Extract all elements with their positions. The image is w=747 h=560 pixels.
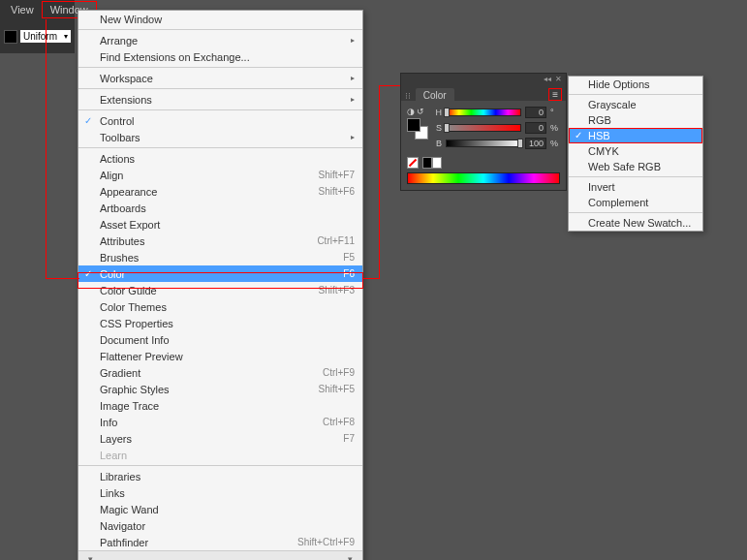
mi-gradient[interactable]: GradientCtrl+F9	[78, 364, 362, 381]
grip-icon[interactable]: ⁝⁝	[405, 91, 411, 101]
chevron-down-icon[interactable]: ▾	[88, 554, 93, 560]
mi-arrange[interactable]: Arrange▸	[78, 32, 362, 48]
mi-workspace[interactable]: Workspace▸	[78, 70, 362, 86]
color-panel: ◂◂ ✕ ⁝⁝ Color ≡ ◑ ↺ H	[400, 73, 567, 191]
submenu-arrow-icon: ▸	[351, 36, 355, 45]
panel-tabs: ⁝⁝ Color ≡	[401, 83, 566, 101]
close-icon[interactable]: ✕	[555, 75, 562, 83]
fi-web-safe-rgb[interactable]: Web Safe RGB	[569, 159, 702, 174]
panel-bottom	[407, 157, 560, 169]
separator	[78, 109, 362, 110]
submenu-arrow-icon: ▸	[351, 74, 355, 82]
fi-hide-options[interactable]: Hide Options	[569, 77, 702, 92]
sat-value[interactable]: 0	[525, 122, 546, 134]
mi-pathfinder[interactable]: PathfinderShift+Ctrl+F9	[78, 534, 362, 550]
mi-info[interactable]: InfoCtrl+F8	[78, 414, 362, 430]
sat-row: S 0 %	[434, 122, 560, 134]
sat-unit: %	[550, 123, 560, 133]
chevron-down-icon[interactable]: ▾	[348, 554, 353, 560]
menubar: View Window	[0, 0, 75, 19]
separator	[569, 94, 702, 95]
mi-align[interactable]: AlignShift+F7	[78, 167, 362, 183]
collapse-icon[interactable]: ◂◂	[544, 75, 551, 83]
mi-toolbars[interactable]: Toolbars▸	[78, 129, 362, 145]
menu-view[interactable]: View	[3, 2, 42, 17]
bw-swatches	[422, 157, 442, 169]
annotation-line	[46, 278, 79, 279]
mi-find-extensions[interactable]: Find Extensions on Exchange...	[78, 48, 362, 65]
hue-unit: °	[550, 108, 560, 117]
tab-color[interactable]: Color	[416, 88, 454, 103]
white-swatch[interactable]	[432, 157, 442, 169]
mi-document-info[interactable]: Document Info	[78, 331, 362, 348]
sat-slider[interactable]	[446, 124, 521, 132]
separator	[78, 67, 362, 68]
none-swatch[interactable]	[407, 157, 419, 169]
annotation-line	[363, 278, 380, 279]
mi-learn: Learn	[78, 447, 362, 463]
mi-image-trace[interactable]: Image Trace	[78, 397, 362, 414]
bri-row: B 100 %	[434, 138, 560, 149]
spectrum-picker[interactable]	[407, 172, 560, 184]
annotation-line	[379, 85, 380, 279]
annotation-line	[46, 19, 47, 278]
fill-stroke-swatches[interactable]	[407, 118, 428, 140]
hue-slider[interactable]	[446, 109, 521, 116]
fi-grayscale[interactable]: Grayscale	[569, 97, 702, 112]
fi-cmyk[interactable]: CMYK	[569, 143, 702, 159]
fi-rgb[interactable]: RGB	[569, 112, 702, 128]
submenu-arrow-icon: ▸	[351, 95, 355, 104]
separator	[78, 88, 362, 89]
mi-flattener-preview[interactable]: Flattener Preview	[78, 348, 362, 364]
black-swatch[interactable]	[422, 157, 432, 169]
mi-libraries[interactable]: Libraries	[78, 468, 362, 484]
separator	[78, 29, 362, 30]
fi-hsb[interactable]: HSB	[569, 128, 702, 143]
stroke-color-chip[interactable]	[4, 30, 17, 44]
bri-slider[interactable]	[446, 140, 521, 147]
panel-titlebar: ◂◂ ✕	[401, 74, 566, 83]
mi-magic-wand[interactable]: Magic Wand	[78, 501, 362, 517]
submenu-arrow-icon: ▸	[351, 133, 355, 141]
mi-navigator[interactable]: Navigator	[78, 517, 362, 534]
fi-complement[interactable]: Complement	[569, 195, 702, 210]
separator	[569, 176, 702, 177]
fi-invert[interactable]: Invert	[569, 179, 702, 195]
mi-layers[interactable]: LayersF7	[78, 430, 362, 447]
mi-color[interactable]: ColorF6	[78, 265, 362, 282]
color-panel-flyout: Hide Options Grayscale RGB HSB CMYK Web …	[568, 76, 703, 232]
mi-control[interactable]: Control	[78, 112, 362, 129]
fi-create-new-swatch[interactable]: Create New Swatch...	[569, 215, 702, 231]
mi-brushes[interactable]: BrushesF5	[78, 249, 362, 265]
separator	[569, 212, 702, 213]
separator	[78, 147, 362, 148]
mi-color-guide[interactable]: Color GuideShift+F3	[78, 282, 362, 298]
mi-color-themes[interactable]: Color Themes	[78, 298, 362, 315]
mi-css-properties[interactable]: CSS Properties	[78, 315, 362, 331]
menu-scroll-footer: ▾▾	[78, 550, 362, 560]
hue-value[interactable]: 0	[525, 107, 546, 118]
mi-attributes[interactable]: AttributesCtrl+F11	[78, 233, 362, 249]
separator	[78, 465, 362, 466]
annotation-line	[379, 85, 400, 86]
mi-links[interactable]: Links	[78, 484, 362, 501]
mi-appearance[interactable]: AppearanceShift+F6	[78, 183, 362, 200]
bri-unit: %	[550, 139, 560, 148]
panel-body: ◑ ↺ H 0 ° S 0 %	[401, 101, 566, 190]
control-bar: Uniform	[0, 19, 75, 53]
hue-row: H 0 °	[434, 107, 560, 118]
swap-icon[interactable]: ↺	[417, 107, 424, 116]
fill-swatch[interactable]	[407, 118, 420, 132]
mi-new-window[interactable]: New Window	[78, 11, 362, 27]
mi-asset-export[interactable]: Asset Export	[78, 216, 362, 233]
mi-graphic-styles[interactable]: Graphic StylesShift+F5	[78, 381, 362, 397]
bri-label: B	[434, 139, 442, 148]
mi-artboards[interactable]: Artboards	[78, 200, 362, 216]
sat-label: S	[434, 123, 442, 133]
bri-value[interactable]: 100	[525, 138, 546, 149]
fill-active-icon[interactable]: ◑	[407, 107, 415, 116]
mi-extensions[interactable]: Extensions▸	[78, 91, 362, 108]
hue-label: H	[434, 108, 442, 117]
panel-menu-button[interactable]: ≡	[548, 88, 562, 101]
mi-actions[interactable]: Actions	[78, 150, 362, 167]
